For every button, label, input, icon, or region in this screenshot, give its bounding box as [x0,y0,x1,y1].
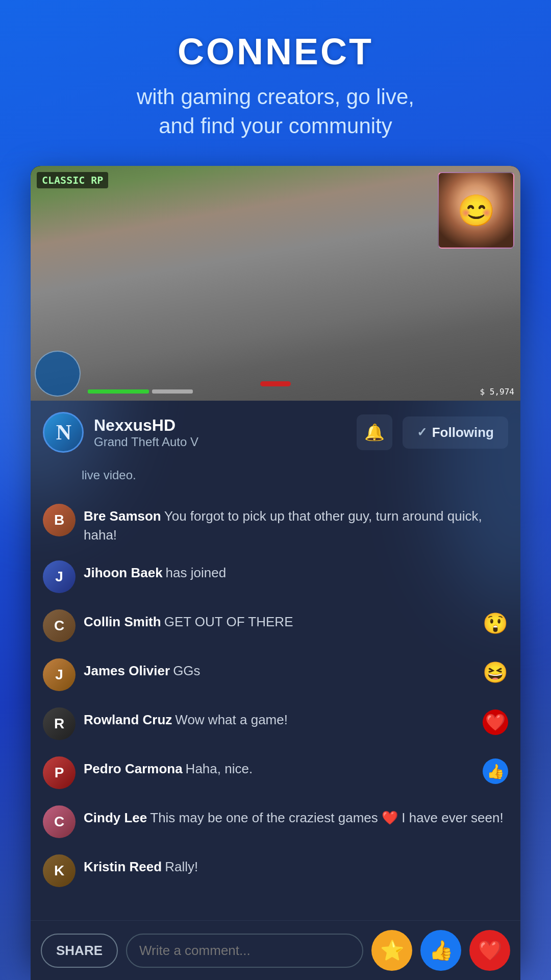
armor-bar [152,389,193,394]
comment-author: Bre Samson [84,508,161,524]
pip-face: 😊 [439,173,513,248]
live-text-row: live video. [31,464,520,491]
video-container[interactable]: CLASSIC RP 😊 $ 5,974 [31,166,520,401]
avatar: J [43,560,76,593]
check-icon: ✓ [417,425,427,439]
avatar: C [43,805,76,838]
following-label: Following [432,425,494,440]
comment-author: Cindy Lee [84,810,147,825]
comment-author: Collin Smith [84,614,161,629]
comment-row: J Jihoon Baekhas joined [31,552,520,601]
classic-rp-label: CLASSIC RP [37,172,108,188]
comment-row: K Kristin ReedRally! [31,846,520,895]
avatar: C [43,609,76,642]
bottom-bar: SHARE ⭐ 👍 ❤️ [31,920,520,980]
comment-input[interactable] [126,934,363,968]
main-card: CLASSIC RP 😊 $ 5,974 [31,166,520,962]
like-icon: 👍 [429,939,453,962]
hero-title: CONNECT [20,31,531,72]
streamer-game: Grand Theft Auto V [94,435,346,449]
heart-icon: ❤️ [478,939,502,962]
live-text: live video. [82,468,136,482]
bell-button[interactable]: 🔔 [357,414,392,450]
comment-reaction: 😆 [483,660,508,684]
comment-reaction: ❤️ [483,709,508,735]
comment-row: C Collin SmithGET OUT OF THERE 😲 [31,601,520,650]
comment-text: Rowland CruzWow what a game! [84,707,508,729]
following-button[interactable]: ✓ Following [403,416,508,449]
speed-text: $ 5,974 [480,387,514,397]
comment-reaction: 👍 [483,758,508,784]
comment-text: Cindy LeeThis may be one of the craziest… [84,805,508,827]
star-icon: ⭐ [380,939,404,962]
comment-author: Kristin Reed [84,859,162,874]
hero-subtitle: with gaming creators, go live,and find y… [20,83,531,140]
heart-reaction-button[interactable]: ❤️ [469,930,510,971]
comment-author: Rowland Cruz [84,712,172,727]
comment-row: J James OlivierGGs 😆 [31,650,520,699]
streamer-avatar: N [43,412,84,453]
comment-reaction: 😲 [483,611,508,635]
avatar: J [43,658,76,691]
share-button[interactable]: SHARE [41,934,118,968]
like-reaction-button[interactable]: 👍 [420,930,461,971]
hero-section: CONNECT with gaming creators, go live,an… [0,0,551,156]
comment-row: B Bre SamsonYou forgot to pick up that o… [31,496,520,552]
avatar: K [43,854,76,887]
health-bar [88,389,149,394]
comment-text: Bre SamsonYou forgot to pick up that oth… [84,504,508,544]
comment-row: C Cindy LeeThis may be one of the crazie… [31,797,520,846]
avatar: R [43,707,76,740]
comment-text: James OlivierGGs [84,658,508,680]
comment-row: P Pedro CarmonaHaha, nice. 👍 [31,748,520,797]
bell-icon: 🔔 [364,423,385,442]
comment-text: Pedro CarmonaHaha, nice. [84,756,508,778]
comment-author: Jihoon Baek [84,565,163,580]
comment-author: James Olivier [84,663,170,678]
comment-text: Kristin ReedRally! [84,854,508,876]
streamer-name: NexxusHD [94,416,346,435]
pip-camera: 😊 [438,172,514,249]
comments-section: B Bre SamsonYou forgot to pick up that o… [31,491,520,900]
streamer-info: NexxusHD Grand Theft Auto V [94,416,346,449]
avatar: B [43,504,76,536]
streamer-bar: N NexxusHD Grand Theft Auto V 🔔 ✓ Follow… [31,401,520,464]
damage-indicator [260,381,291,386]
comment-author: Pedro Carmona [84,761,183,776]
avatar: P [43,756,76,789]
star-reaction-button[interactable]: ⭐ [371,930,412,971]
video-hud: $ 5,974 [31,383,520,401]
comment-row: R Rowland CruzWow what a game! ❤️ [31,699,520,748]
minimap [35,351,81,397]
comment-text: Jihoon Baekhas joined [84,560,508,582]
comment-text: Collin SmithGET OUT OF THERE [84,609,508,631]
